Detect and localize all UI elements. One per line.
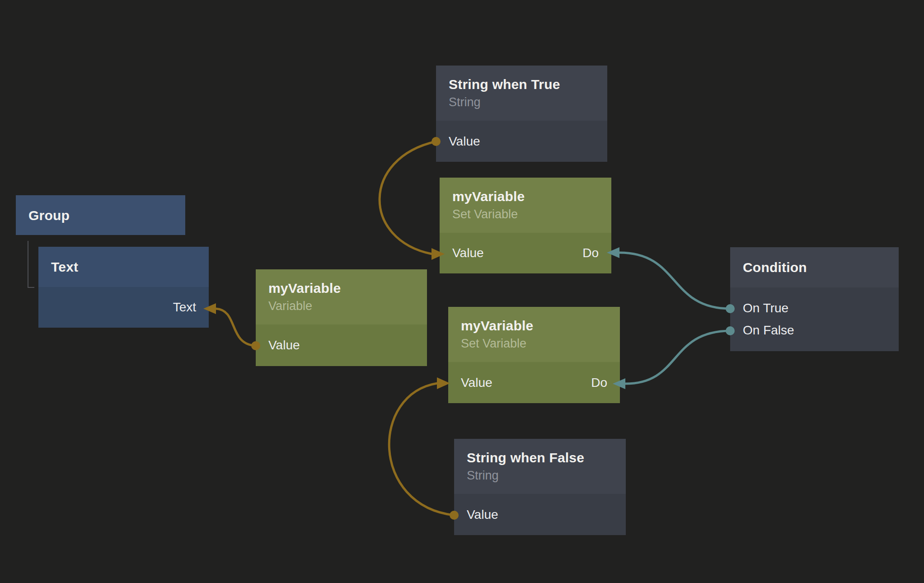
node-variable-header: myVariable Variable: [256, 269, 427, 324]
node-title: myVariable: [461, 317, 607, 334]
node-variable[interactable]: myVariable Variable Value: [256, 269, 427, 366]
port-text-input[interactable]: Text: [173, 301, 196, 314]
group-child-connector-line: [28, 241, 34, 287]
wire-variable-to-text[interactable]: [216, 309, 256, 346]
node-string-when-false[interactable]: String when False String Value: [454, 439, 626, 535]
wire-string-true-to-set-variable-1[interactable]: [380, 141, 436, 254]
wire-condition-on-false-to-set-variable-2[interactable]: [625, 331, 730, 384]
node-title: Group: [28, 207, 173, 224]
node-set-variable-1-header: myVariable Set Variable: [440, 178, 611, 233]
node-title: myVariable: [268, 280, 414, 297]
node-title: Text: [51, 259, 196, 276]
node-title: String when True: [449, 76, 595, 93]
port-value-output[interactable]: Value: [467, 508, 498, 521]
node-group-header: Group: [16, 195, 185, 235]
port-do-input[interactable]: Do: [591, 376, 607, 389]
port-value-input[interactable]: Value: [461, 376, 492, 389]
port-value-input[interactable]: Value: [452, 247, 484, 259]
node-set-variable-2[interactable]: myVariable Set Variable Value Do: [448, 307, 620, 403]
port-on-true-output[interactable]: On True: [743, 302, 788, 315]
node-text-header: Text: [38, 247, 209, 287]
port-do-input[interactable]: Do: [582, 247, 599, 259]
node-subtitle: Set Variable: [452, 207, 599, 222]
node-editor-canvas[interactable]: Group Text Text String when True String …: [0, 0, 924, 583]
node-condition[interactable]: Condition On True On False: [730, 247, 899, 351]
node-title: myVariable: [452, 188, 599, 205]
port-value-output[interactable]: Value: [449, 135, 480, 148]
node-string-when-false-header: String when False String: [454, 439, 626, 494]
node-title: Condition: [743, 259, 886, 276]
node-set-variable-2-header: myVariable Set Variable: [448, 307, 620, 362]
node-text[interactable]: Text Text: [38, 247, 209, 328]
port-value-output[interactable]: Value: [268, 339, 300, 352]
node-condition-header: Condition: [730, 247, 899, 287]
node-string-when-true-header: String when True String: [436, 66, 607, 121]
wire-string-false-to-set-variable-2[interactable]: [389, 383, 454, 515]
node-subtitle: Variable: [268, 299, 414, 314]
node-subtitle: String: [467, 468, 613, 484]
node-title: String when False: [467, 449, 613, 466]
node-string-when-true[interactable]: String when True String Value: [436, 66, 607, 162]
port-on-false-output[interactable]: On False: [743, 324, 794, 337]
node-set-variable-1[interactable]: myVariable Set Variable Value Do: [440, 178, 611, 273]
node-subtitle: Set Variable: [461, 336, 607, 352]
wire-condition-on-true-to-set-variable-1[interactable]: [619, 253, 730, 309]
node-subtitle: String: [449, 95, 595, 110]
node-group[interactable]: Group: [16, 195, 185, 235]
